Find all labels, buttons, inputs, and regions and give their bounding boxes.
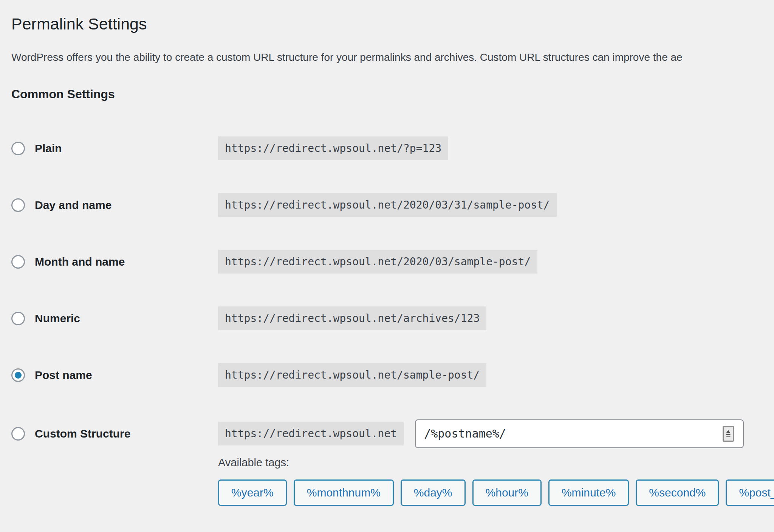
option-control-custom-structure: Custom Structure xyxy=(11,427,218,441)
intro-text: WordPress offers you the ability to crea… xyxy=(11,51,774,64)
option-label-plain[interactable]: Plain xyxy=(35,142,62,155)
permalink-example-numeric: https://redirect.wpsoul.net/archives/123 xyxy=(218,306,486,330)
permalink-settings-page: Permalink Settings WordPress offers you … xyxy=(11,14,774,506)
tag-button-monthnum[interactable]: %monthnum% xyxy=(294,479,394,506)
custom-structure-controls: https://redirect.wpsoul.net xyxy=(218,419,744,448)
radio-day-and-name[interactable] xyxy=(11,198,25,212)
radio-post-name[interactable] xyxy=(11,368,25,382)
common-settings-options: Plain https://redirect.wpsoul.net/?p=123… xyxy=(11,136,774,448)
permalink-example-month-and-name: https://redirect.wpsoul.net/2020/03/samp… xyxy=(218,250,537,274)
tag-button-second[interactable]: %second% xyxy=(636,479,719,506)
available-tags-row: %year% %monthnum% %day% %hour% %minute% … xyxy=(218,479,774,506)
available-tags-block: Available tags: %year% %monthnum% %day% … xyxy=(218,456,774,506)
tag-button-year[interactable]: %year% xyxy=(218,479,287,506)
autofill-icon[interactable] xyxy=(723,426,734,442)
option-row-day-and-name: Day and name https://redirect.wpsoul.net… xyxy=(11,193,774,218)
custom-structure-prefix: https://redirect.wpsoul.net xyxy=(218,422,404,445)
option-control-plain: Plain xyxy=(11,142,218,155)
tag-button-post-id[interactable]: %post_id% xyxy=(726,479,774,506)
option-control-post-name: Post name xyxy=(11,368,218,382)
tag-button-minute[interactable]: %minute% xyxy=(548,479,629,506)
radio-month-and-name[interactable] xyxy=(11,255,25,269)
permalink-example-day-and-name: https://redirect.wpsoul.net/2020/03/31/s… xyxy=(218,193,557,217)
tag-button-hour[interactable]: %hour% xyxy=(472,479,542,506)
option-row-numeric: Numeric https://redirect.wpsoul.net/arch… xyxy=(11,306,774,331)
permalink-example-post-name: https://redirect.wpsoul.net/sample-post/ xyxy=(218,363,486,387)
page-title: Permalink Settings xyxy=(11,14,774,34)
available-tags-label: Available tags: xyxy=(218,456,774,469)
radio-custom-structure[interactable] xyxy=(11,427,25,441)
option-control-day-and-name: Day and name xyxy=(11,198,218,212)
option-row-month-and-name: Month and name https://redirect.wpsoul.n… xyxy=(11,249,774,274)
option-label-numeric[interactable]: Numeric xyxy=(35,312,80,325)
section-heading: Common Settings xyxy=(11,87,774,101)
option-label-month-and-name[interactable]: Month and name xyxy=(35,255,125,268)
permalink-example-plain: https://redirect.wpsoul.net/?p=123 xyxy=(218,136,448,160)
custom-structure-input[interactable] xyxy=(415,419,744,448)
radio-numeric[interactable] xyxy=(11,312,25,325)
option-row-custom-structure: Custom Structure https://redirect.wpsoul… xyxy=(11,419,774,448)
radio-plain[interactable] xyxy=(11,142,25,155)
option-row-post-name: Post name https://redirect.wpsoul.net/sa… xyxy=(11,363,774,388)
option-label-custom-structure[interactable]: Custom Structure xyxy=(35,427,130,440)
option-label-day-and-name[interactable]: Day and name xyxy=(35,199,111,212)
option-control-numeric: Numeric xyxy=(11,312,218,325)
option-row-plain: Plain https://redirect.wpsoul.net/?p=123 xyxy=(11,136,774,161)
option-control-month-and-name: Month and name xyxy=(11,255,218,269)
option-label-post-name[interactable]: Post name xyxy=(35,369,92,382)
tag-button-day[interactable]: %day% xyxy=(401,479,466,506)
custom-structure-input-wrap xyxy=(415,419,744,448)
